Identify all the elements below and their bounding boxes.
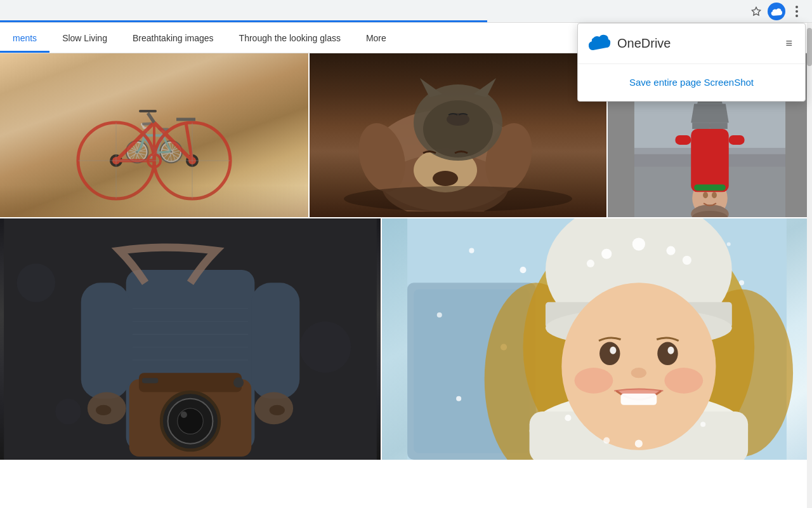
svg-rect-46 bbox=[694, 184, 726, 190]
svg-point-111 bbox=[565, 415, 571, 421]
svg-point-1 bbox=[796, 6, 798, 8]
svg-point-71 bbox=[299, 321, 351, 373]
svg-point-31 bbox=[447, 113, 469, 126]
svg-marker-38 bbox=[691, 104, 729, 123]
svg-point-113 bbox=[700, 422, 705, 427]
onedrive-extension-icon[interactable] bbox=[768, 3, 785, 20]
svg-point-83 bbox=[520, 267, 526, 273]
scrollbar-thumb[interactable] bbox=[807, 28, 812, 66]
svg-point-108 bbox=[666, 246, 675, 255]
browser-toolbar bbox=[0, 0, 812, 23]
svg-point-32 bbox=[344, 186, 572, 211]
svg-point-98 bbox=[599, 342, 620, 365]
svg-point-105 bbox=[664, 368, 703, 394]
svg-point-48 bbox=[712, 192, 717, 198]
svg-point-2 bbox=[796, 10, 798, 13]
svg-rect-52 bbox=[251, 283, 299, 398]
onedrive-title: OneDrive bbox=[617, 36, 671, 51]
svg-point-102 bbox=[631, 368, 646, 378]
svg-point-3 bbox=[796, 15, 798, 17]
svg-point-76 bbox=[469, 248, 474, 253]
loading-progress bbox=[0, 20, 487, 22]
svg-rect-44 bbox=[675, 135, 691, 145]
onedrive-popup-body: Save entire page ScreenShot bbox=[578, 64, 805, 101]
svg-point-106 bbox=[601, 249, 612, 259]
tab-more[interactable]: More bbox=[353, 23, 399, 53]
svg-point-69 bbox=[270, 405, 285, 415]
svg-rect-103 bbox=[620, 394, 657, 405]
svg-rect-39 bbox=[692, 123, 728, 129]
svg-point-60 bbox=[181, 411, 187, 418]
scrollbar-track[interactable] bbox=[807, 23, 812, 508]
svg-rect-51 bbox=[81, 283, 129, 398]
save-screenshot-link[interactable]: Save entire page ScreenShot bbox=[629, 77, 754, 88]
onedrive-popup-header: OneDrive ≡ bbox=[578, 23, 805, 64]
image-camera-man[interactable] bbox=[0, 218, 381, 460]
image-dogcat[interactable] bbox=[310, 53, 606, 217]
svg-point-72 bbox=[55, 399, 81, 425]
svg-line-14 bbox=[148, 113, 154, 123]
image-snow-girl[interactable] bbox=[382, 218, 812, 460]
image-grid bbox=[0, 53, 812, 508]
svg-rect-45 bbox=[729, 135, 745, 145]
svg-point-28 bbox=[423, 100, 493, 157]
svg-point-88 bbox=[456, 396, 461, 401]
image-bike[interactable] bbox=[0, 53, 308, 217]
tab-moments[interactable]: ments bbox=[0, 23, 49, 53]
onedrive-cloud-icon bbox=[588, 32, 611, 55]
image-row-2 bbox=[0, 218, 812, 460]
svg-point-99 bbox=[657, 342, 678, 365]
onedrive-menu-button[interactable]: ≡ bbox=[783, 34, 795, 53]
onedrive-logo-area: OneDrive bbox=[588, 32, 671, 55]
tab-breathtaking[interactable]: Breathtaking images bbox=[120, 23, 226, 53]
bookmark-icon[interactable] bbox=[747, 3, 765, 20]
svg-marker-30 bbox=[474, 78, 496, 97]
svg-point-101 bbox=[667, 347, 674, 354]
tab-looking-glass[interactable]: Through the looking glass bbox=[226, 23, 353, 53]
svg-point-79 bbox=[727, 242, 731, 246]
svg-point-68 bbox=[96, 405, 111, 415]
browser-menu-icon[interactable] bbox=[788, 3, 806, 20]
svg-rect-43 bbox=[691, 129, 729, 192]
svg-point-59 bbox=[178, 408, 204, 434]
svg-point-97 bbox=[561, 283, 716, 450]
svg-point-104 bbox=[575, 368, 613, 394]
svg-point-47 bbox=[703, 192, 708, 198]
svg-point-110 bbox=[683, 256, 691, 265]
svg-point-70 bbox=[16, 264, 55, 302]
svg-rect-61 bbox=[142, 378, 158, 383]
svg-point-112 bbox=[635, 440, 643, 448]
onedrive-popup: OneDrive ≡ Save entire page ScreenShot bbox=[577, 23, 806, 102]
tab-slow-living[interactable]: Slow Living bbox=[49, 23, 120, 53]
svg-marker-0 bbox=[752, 7, 760, 15]
svg-point-100 bbox=[610, 347, 616, 354]
svg-point-24 bbox=[433, 171, 458, 186]
svg-point-109 bbox=[587, 260, 594, 267]
svg-point-62 bbox=[233, 377, 244, 387]
svg-point-114 bbox=[603, 438, 610, 444]
svg-point-107 bbox=[632, 237, 645, 250]
svg-marker-29 bbox=[420, 78, 442, 97]
svg-point-80 bbox=[437, 312, 442, 318]
